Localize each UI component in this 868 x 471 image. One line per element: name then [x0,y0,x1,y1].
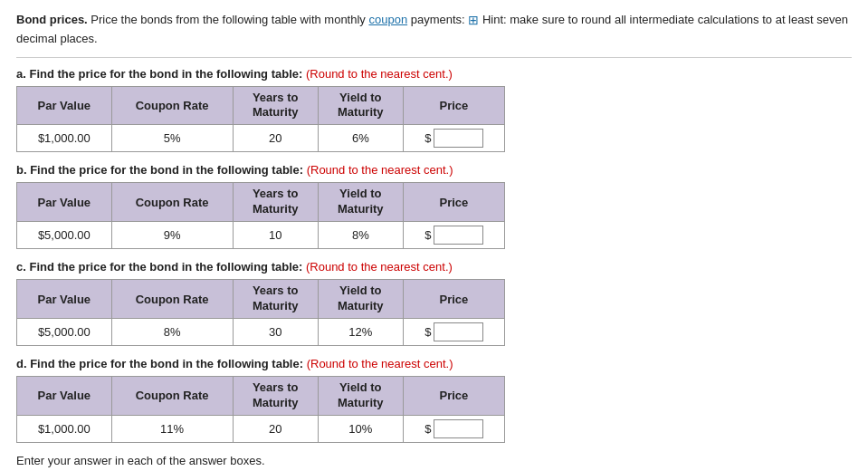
years-maturity-c: 30 [233,318,318,345]
divider [16,57,852,58]
col-price-d: Price [403,376,504,415]
coupon-rate-c: 8% [111,318,233,345]
table-c: Par Value Coupon Rate Years toMaturity Y… [16,279,505,346]
price-input-a[interactable] [434,129,483,148]
table-a: Par Value Coupon Rate Years toMaturity Y… [16,86,505,153]
row-c: $5,000.00 8% 30 12% $ [17,318,505,345]
price-cell-b: $ [403,222,504,249]
par-value-d: $1,000.00 [17,415,112,442]
section-b-round-note: (Round to the nearest cent.) [307,163,453,177]
par-value-a: $1,000.00 [17,125,112,152]
price-dollar-d: $ [424,422,431,436]
yield-maturity-a: 6% [318,125,403,152]
section-a-letter: a. Find the price for the bond in the fo… [16,67,302,81]
price-input-b[interactable] [434,226,483,245]
col-coupon-rate-a: Coupon Rate [111,86,233,125]
col-coupon-rate-d: Coupon Rate [111,376,233,415]
footer-note: Enter your answer in each of the answer … [16,454,852,467]
par-value-c: $5,000.00 [17,318,112,345]
grid-icon: ⊞ [468,13,479,27]
col-years-maturity-c: Years toMaturity [233,280,318,319]
price-dollar-c: $ [424,325,431,339]
section-b-label: b. Find the price for the bond in the fo… [16,163,852,177]
yield-maturity-b: 8% [318,222,403,249]
col-coupon-rate-b: Coupon Rate [111,183,233,222]
yield-maturity-c: 12% [318,318,403,345]
section-a: a. Find the price for the bond in the fo… [16,67,852,153]
table-b: Par Value Coupon Rate Years toMaturity Y… [16,182,505,249]
bold-intro: Bond prices. [16,13,88,26]
coupon-link[interactable]: coupon [368,13,407,26]
price-cell-d: $ [403,415,504,442]
col-par-value-c: Par Value [17,280,112,319]
section-c: c. Find the price for the bond in the fo… [16,260,852,346]
row-d: $1,000.00 11% 20 10% $ [17,415,505,442]
section-d-round-note: (Round to the nearest cent.) [307,357,453,370]
yield-maturity-d: 10% [318,415,403,442]
section-c-label: c. Find the price for the bond in the fo… [16,260,852,274]
col-par-value-b: Par Value [17,183,112,222]
intro-text1: Price the bonds from the following table… [88,13,369,26]
col-yield-maturity-b: Yield toMaturity [318,183,403,222]
intro-text2: payments: [407,13,468,26]
row-b: $5,000.00 9% 10 8% $ [17,222,505,249]
price-cell-a: $ [403,125,504,152]
col-years-maturity-b: Years toMaturity [233,183,318,222]
section-c-letter: c. Find the price for the bond in the fo… [16,260,302,274]
table-d: Par Value Coupon Rate Years toMaturity Y… [16,376,505,443]
section-d: d. Find the price for the bond in the fo… [16,357,852,443]
col-par-value-a: Par Value [17,86,112,125]
price-input-d[interactable] [434,419,483,438]
par-value-b: $5,000.00 [17,222,112,249]
price-cell-c: $ [403,318,504,345]
col-price-c: Price [403,280,504,319]
coupon-rate-a: 5% [111,125,233,152]
section-b: b. Find the price for the bond in the fo… [16,163,852,249]
section-a-round-note: (Round to the nearest cent.) [306,67,453,81]
col-yield-maturity-a: Yield toMaturity [318,86,403,125]
price-input-c[interactable] [434,322,483,341]
price-dollar-b: $ [424,228,431,242]
years-maturity-d: 20 [233,415,318,442]
col-price-b: Price [403,183,504,222]
section-d-label: d. Find the price for the bond in the fo… [16,357,852,370]
years-maturity-a: 20 [233,125,318,152]
price-dollar-a: $ [424,131,431,145]
section-b-letter: b. Find the price for the bond in the fo… [16,163,303,177]
col-years-maturity-d: Years toMaturity [233,376,318,415]
years-maturity-b: 10 [233,222,318,249]
col-years-maturity-a: Years toMaturity [233,86,318,125]
col-yield-maturity-c: Yield toMaturity [318,280,403,319]
intro-paragraph: Bond prices. Price the bonds from the fo… [16,11,852,48]
col-price-a: Price [403,86,504,125]
coupon-rate-d: 11% [111,415,233,442]
section-a-label: a. Find the price for the bond in the fo… [16,67,852,81]
col-par-value-d: Par Value [17,376,112,415]
col-yield-maturity-d: Yield toMaturity [318,376,403,415]
coupon-rate-b: 9% [111,222,233,249]
section-d-letter: d. Find the price for the bond in the fo… [16,357,303,370]
row-a: $1,000.00 5% 20 6% $ [17,125,505,152]
section-c-round-note: (Round to the nearest cent.) [306,260,453,274]
col-coupon-rate-c: Coupon Rate [111,280,233,319]
